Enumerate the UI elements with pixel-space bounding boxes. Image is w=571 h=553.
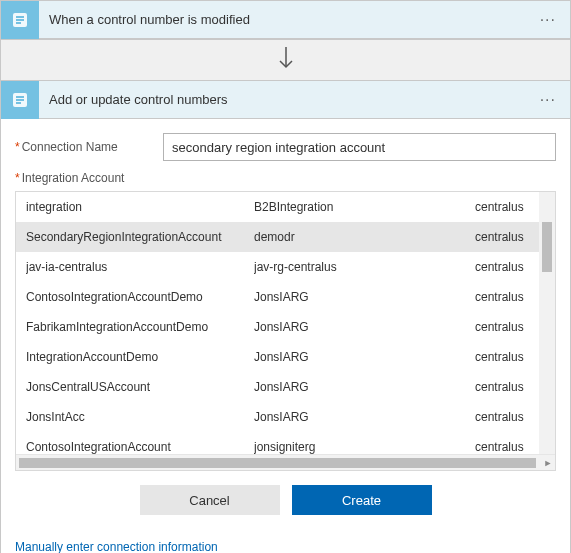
vertical-scroll-thumb[interactable] xyxy=(542,222,552,272)
account-row[interactable]: IntegrationAccountDemoJonsIARGcentralus xyxy=(16,342,555,372)
account-resource-group: demodr xyxy=(254,230,475,244)
account-name: jav-ia-centralus xyxy=(26,260,254,274)
connection-form: *Connection Name *Integration Account in… xyxy=(1,119,570,535)
svg-rect-6 xyxy=(16,96,24,98)
manual-connection-link[interactable]: Manually enter connection information xyxy=(15,540,218,553)
account-resource-group: JonsIARG xyxy=(254,290,475,304)
action-menu-button[interactable]: ··· xyxy=(536,87,560,113)
account-resource-group: jonsigniterg xyxy=(254,440,475,454)
flow-arrow xyxy=(0,40,571,80)
account-row[interactable]: FabrikamIntegrationAccountDemoJonsIARGce… xyxy=(16,312,555,342)
button-row: Cancel Create xyxy=(15,471,556,525)
manual-link-row: Manually enter connection information xyxy=(1,535,570,553)
account-row[interactable]: ContosoIntegrationAccountjonsignitergcen… xyxy=(16,432,555,454)
connection-name-row: *Connection Name xyxy=(15,133,556,161)
create-button[interactable]: Create xyxy=(292,485,432,515)
scroll-right-arrow[interactable]: ► xyxy=(541,455,555,471)
account-row[interactable]: integrationB2BIntegrationcentralus xyxy=(16,192,555,222)
account-resource-group: jav-rg-centralus xyxy=(254,260,475,274)
account-region: centralus xyxy=(475,410,545,424)
account-region: centralus xyxy=(475,290,545,304)
account-row[interactable]: ContosoIntegrationAccountDemoJonsIARGcen… xyxy=(16,282,555,312)
trigger-header[interactable]: When a control number is modified ··· xyxy=(1,1,570,39)
account-region: centralus xyxy=(475,440,545,454)
cancel-button[interactable]: Cancel xyxy=(140,485,280,515)
account-name: JonsCentralUSAccount xyxy=(26,380,254,394)
action-title: Add or update control numbers xyxy=(49,92,536,107)
account-name: SecondaryRegionIntegrationAccount xyxy=(26,230,254,244)
account-name: ContosoIntegrationAccountDemo xyxy=(26,290,254,304)
account-region: centralus xyxy=(475,200,545,214)
account-row[interactable]: JonsCentralUSAccountJonsIARGcentralus xyxy=(16,372,555,402)
account-name: JonsIntAcc xyxy=(26,410,254,424)
integration-account-label: *Integration Account xyxy=(15,171,163,185)
account-name: IntegrationAccountDemo xyxy=(26,350,254,364)
horizontal-scroll-thumb[interactable] xyxy=(19,458,536,468)
horizontal-scrollbar[interactable]: ◄ ► xyxy=(16,454,555,470)
action-card: Add or update control numbers ··· *Conne… xyxy=(0,80,571,553)
account-resource-group: JonsIARG xyxy=(254,380,475,394)
integration-account-list: integrationB2BIntegrationcentralusSecond… xyxy=(15,191,556,471)
account-row[interactable]: SecondaryRegionIntegrationAccountdemodrc… xyxy=(16,222,555,252)
integration-account-row: *Integration Account xyxy=(15,171,556,185)
svg-rect-1 xyxy=(16,16,24,18)
vertical-scrollbar[interactable] xyxy=(539,192,555,454)
account-region: centralus xyxy=(475,350,545,364)
account-resource-group: B2BIntegration xyxy=(254,200,475,214)
account-region: centralus xyxy=(475,260,545,274)
account-resource-group: JonsIARG xyxy=(254,410,475,424)
account-region: centralus xyxy=(475,380,545,394)
account-region: centralus xyxy=(475,230,545,244)
trigger-menu-button[interactable]: ··· xyxy=(536,7,560,33)
svg-rect-3 xyxy=(16,22,21,24)
account-name: integration xyxy=(26,200,254,214)
trigger-title: When a control number is modified xyxy=(49,12,536,27)
connection-name-label: *Connection Name xyxy=(15,140,163,154)
account-resource-group: JonsIARG xyxy=(254,350,475,364)
account-row[interactable]: jav-ia-centralusjav-rg-centraluscentralu… xyxy=(16,252,555,282)
svg-rect-8 xyxy=(16,102,21,104)
account-list-scroll[interactable]: integrationB2BIntegrationcentralusSecond… xyxy=(16,192,555,454)
svg-rect-7 xyxy=(16,99,24,101)
connection-name-input[interactable] xyxy=(163,133,556,161)
account-resource-group: JonsIARG xyxy=(254,320,475,334)
action-header[interactable]: Add or update control numbers ··· xyxy=(1,81,570,119)
account-name: FabrikamIntegrationAccountDemo xyxy=(26,320,254,334)
trigger-card: When a control number is modified ··· xyxy=(0,0,571,40)
integration-account-icon xyxy=(1,81,39,119)
account-row[interactable]: JonsIntAccJonsIARGcentralus xyxy=(16,402,555,432)
integration-account-icon xyxy=(1,1,39,39)
account-name: ContosoIntegrationAccount xyxy=(26,440,254,454)
svg-rect-2 xyxy=(16,19,24,21)
account-region: centralus xyxy=(475,320,545,334)
